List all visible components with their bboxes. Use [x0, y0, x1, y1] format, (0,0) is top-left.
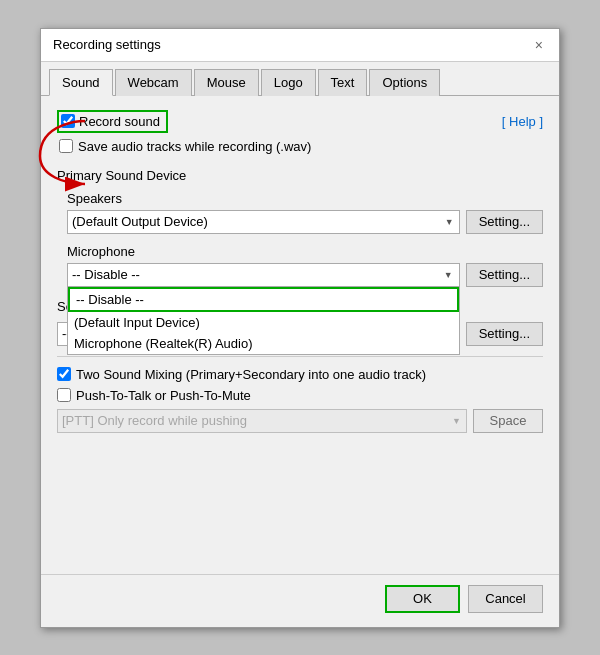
speakers-label: Speakers: [67, 191, 543, 206]
two-sound-mixing-row: Two Sound Mixing (Primary+Secondary into…: [57, 367, 543, 382]
record-sound-left: Record sound: [57, 110, 168, 133]
help-link[interactable]: [ Help ]: [502, 114, 543, 129]
record-sound-label: Record sound: [79, 114, 160, 129]
ptt-select-row: [PTT] Only record while pushing Space: [57, 409, 543, 433]
bottom-buttons: OK Cancel: [41, 574, 559, 627]
ok-button[interactable]: OK: [385, 585, 460, 613]
push-to-talk-row: Push-To-Talk or Push-To-Mute: [57, 388, 543, 403]
separator: [57, 356, 543, 357]
tab-text[interactable]: Text: [318, 69, 368, 96]
speakers-setting-button[interactable]: Setting...: [466, 210, 543, 234]
record-sound-checkbox-highlight: Record sound: [57, 110, 168, 133]
speakers-row: (Default Output Device) Setting...: [67, 210, 543, 234]
save-audio-row: Save audio tracks while recording (.wav): [59, 139, 543, 154]
microphone-select-shown[interactable]: -- Disable --: [67, 263, 460, 287]
push-to-talk-label: Push-To-Talk or Push-To-Mute: [76, 388, 251, 403]
ptt-select-wrapper: [PTT] Only record while pushing: [57, 409, 467, 433]
microphone-dropdown-wrapper: -- Disable -- -- Disable -- (Default Inp…: [67, 263, 460, 287]
dialog-title: Recording settings: [53, 37, 161, 52]
mic-option-default-input[interactable]: (Default Input Device): [68, 312, 459, 333]
tab-bar: Sound Webcam Mouse Logo Text Options: [41, 62, 559, 96]
microphone-label: Microphone: [67, 244, 543, 259]
recording-settings-dialog: Recording settings × Sound Webcam Mouse …: [40, 28, 560, 628]
close-button[interactable]: ×: [531, 37, 547, 53]
tab-webcam[interactable]: Webcam: [115, 69, 192, 96]
tab-mouse[interactable]: Mouse: [194, 69, 259, 96]
tab-content: Record sound [ Help ] Save audio tracks …: [41, 96, 559, 574]
speakers-select-wrapper: (Default Output Device): [67, 210, 460, 234]
tab-sound[interactable]: Sound: [49, 69, 113, 96]
record-sound-checkbox[interactable]: [61, 114, 75, 128]
save-audio-label: Save audio tracks while recording (.wav): [78, 139, 311, 154]
two-sound-mixing-checkbox[interactable]: [57, 367, 71, 381]
two-sound-mixing-label: Two Sound Mixing (Primary+Secondary into…: [76, 367, 426, 382]
save-audio-checkbox[interactable]: [59, 139, 73, 153]
speakers-select[interactable]: (Default Output Device): [67, 210, 460, 234]
push-to-talk-checkbox[interactable]: [57, 388, 71, 402]
cancel-button[interactable]: Cancel: [468, 585, 543, 613]
secondary-setting-button[interactable]: Setting...: [466, 322, 543, 346]
tab-options[interactable]: Options: [369, 69, 440, 96]
ptt-select[interactable]: [PTT] Only record while pushing: [57, 409, 467, 433]
mic-option-disable[interactable]: -- Disable --: [68, 287, 459, 312]
ptt-key-box: Space: [473, 409, 543, 433]
microphone-dropdown-list: -- Disable -- (Default Input Device) Mic…: [67, 287, 460, 355]
tab-logo[interactable]: Logo: [261, 69, 316, 96]
mic-option-realtek[interactable]: Microphone (Realtek(R) Audio): [68, 333, 459, 354]
microphone-row: -- Disable -- -- Disable -- (Default Inp…: [67, 263, 543, 287]
primary-device-label: Primary Sound Device: [57, 168, 543, 183]
title-bar: Recording settings ×: [41, 29, 559, 62]
record-sound-row: Record sound [ Help ]: [57, 110, 543, 133]
microphone-setting-button[interactable]: Setting...: [466, 263, 543, 287]
